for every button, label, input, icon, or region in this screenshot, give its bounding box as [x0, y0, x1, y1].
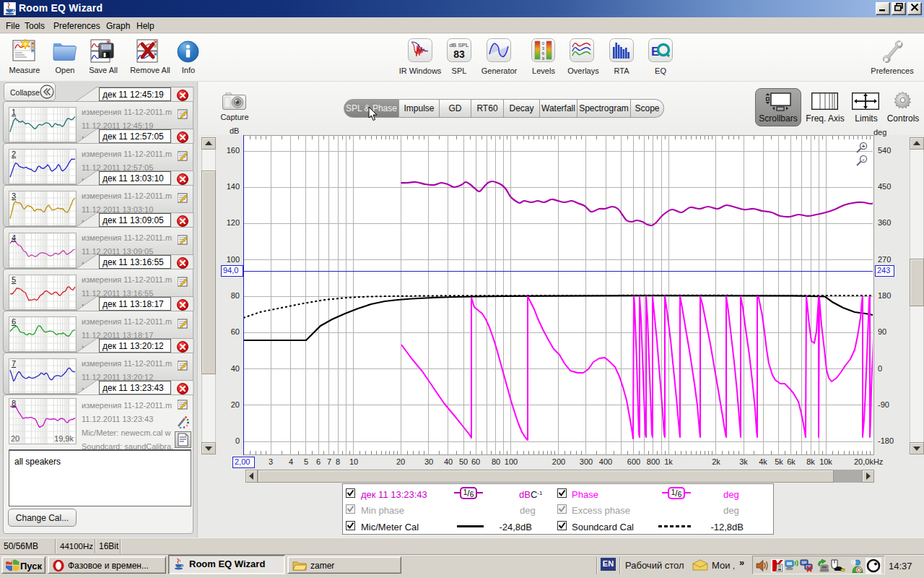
- svg-text:+: +: [862, 143, 866, 150]
- svg-text:83: 83: [453, 48, 465, 60]
- svg-text:-: -: [863, 156, 865, 163]
- svg-text:dB SPL: dB SPL: [449, 42, 469, 48]
